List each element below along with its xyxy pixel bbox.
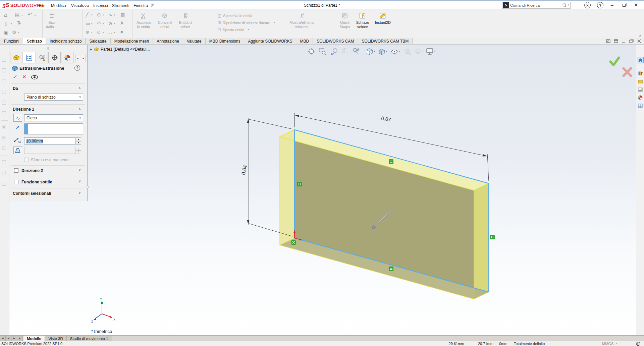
relation-badge-vertical-right[interactable] bbox=[490, 235, 495, 239]
breadcrumb-expand-icon[interactable]: ▶ bbox=[90, 48, 92, 51]
point-caret-icon[interactable]: ▾ bbox=[91, 32, 93, 34]
extrude-preview-solid[interactable] bbox=[280, 130, 489, 299]
offset-entities-button[interactable]: Entità dioffset bbox=[176, 10, 196, 38]
ellipse-caret-icon[interactable]: ▾ bbox=[114, 23, 115, 25]
next-tab-button[interactable]: ▶ bbox=[11, 336, 17, 341]
ribbon-collapse-icon[interactable]: ∧ bbox=[639, 34, 641, 37]
view-palette-icon[interactable] bbox=[637, 86, 644, 93]
pm-tabs-scroll-right[interactable]: ▸ bbox=[81, 55, 86, 62]
selection-filter-icon[interactable]: ⇅ bbox=[17, 20, 21, 25]
confirm-cancel-icon[interactable] bbox=[624, 68, 631, 76]
depth-spinner[interactable]: ▲▼ bbox=[76, 137, 81, 145]
text-tool-icon[interactable]: A bbox=[120, 21, 123, 25]
new-document-icon[interactable]: ▯ bbox=[5, 21, 7, 25]
circle-tool-icon[interactable]: ⊙ bbox=[97, 12, 101, 17]
slot-caret-icon[interactable]: ▾ bbox=[103, 32, 104, 34]
menu-finestra[interactable]: Finestra bbox=[131, 3, 150, 9]
tab-mbd-dimensions[interactable]: MBD Dimensions bbox=[205, 38, 245, 44]
menu-visualizza[interactable]: Visualizza bbox=[69, 3, 91, 9]
section-thin-expand-icon[interactable]: ∨ bbox=[78, 180, 81, 183]
pane-window-icon[interactable] bbox=[614, 39, 618, 43]
file-explorer-icon[interactable] bbox=[637, 78, 644, 85]
zoom-to-fit-icon[interactable] bbox=[308, 48, 314, 54]
properties-icon[interactable]: ▣ bbox=[4, 30, 8, 35]
direction2-checkbox[interactable] bbox=[14, 168, 18, 173]
section-contours-expand-icon[interactable]: ∨ bbox=[78, 191, 81, 194]
tab-property-manager[interactable] bbox=[23, 52, 35, 63]
design-library-icon[interactable] bbox=[637, 70, 644, 77]
section-da-collapse-icon[interactable]: ∧ bbox=[78, 86, 81, 90]
direction2-label[interactable]: Direzione 2 bbox=[21, 168, 43, 173]
tab-solidworks-cam[interactable]: SOLIDWORKS CAM bbox=[313, 38, 358, 44]
model-left-face[interactable] bbox=[280, 130, 294, 245]
dimension-width-value[interactable]: 0.07 bbox=[381, 115, 391, 123]
view-orientation-icon[interactable] bbox=[366, 49, 375, 55]
move-caret-icon[interactable]: ▾ bbox=[248, 28, 249, 31]
draft-button[interactable] bbox=[13, 147, 22, 154]
spline-tool-icon[interactable]: ∿ bbox=[108, 12, 112, 17]
breadcrumb-part-name[interactable]: Parte1 (Default) <<Defaul... bbox=[101, 47, 150, 52]
model-canvas[interactable]: 0.07 0.04 bbox=[9, 45, 636, 335]
tab-valutare[interactable]: Valutare bbox=[183, 38, 206, 44]
dimension-height-value[interactable]: 0.04 bbox=[240, 165, 248, 175]
previous-view-icon[interactable] bbox=[331, 49, 337, 55]
undo-caret-icon[interactable]: ▾ bbox=[35, 14, 36, 17]
display-style-caret-icon[interactable] bbox=[386, 51, 387, 52]
panel-splitter-handle[interactable] bbox=[47, 47, 49, 50]
menu-inserisci[interactable]: Inserisci bbox=[91, 3, 110, 9]
tab-feature-manager[interactable] bbox=[10, 52, 22, 63]
first-tab-button[interactable]: ◀ bbox=[0, 336, 6, 341]
model-right-face[interactable] bbox=[474, 183, 489, 299]
tab-configuration-manager[interactable] bbox=[36, 52, 48, 63]
pm-tabs-scroll-left[interactable]: ◂ bbox=[75, 55, 80, 62]
spline-caret-icon[interactable]: ▾ bbox=[114, 14, 115, 16]
hide-show-caret-icon[interactable] bbox=[399, 51, 400, 52]
login-account-icon[interactable] bbox=[584, 2, 591, 8]
tab-viste-3d[interactable]: Viste 3D bbox=[45, 336, 66, 341]
depth-input[interactable]: 10.00mm bbox=[24, 137, 76, 145]
relation-badge-vertical-left[interactable] bbox=[298, 182, 302, 186]
direction-reference-selection-box[interactable] bbox=[24, 123, 83, 134]
menu-strumenti[interactable]: Strumenti bbox=[110, 3, 131, 9]
section-da-header[interactable]: Da bbox=[13, 86, 18, 91]
save-icon[interactable]: ▤ bbox=[15, 12, 19, 17]
tab-studio-di-movimento[interactable]: Studio di movimento 1 bbox=[67, 336, 112, 341]
tab-annotazione[interactable]: Annotazione bbox=[153, 38, 183, 44]
last-tab-button[interactable]: ▶ bbox=[17, 336, 23, 341]
graphics-area[interactable]: 0.07 0.04 bbox=[9, 45, 636, 335]
trim-box-icon[interactable]: ▧ bbox=[120, 12, 125, 17]
tab-inchiostro-schizzo[interactable]: Inchiostro schizzo bbox=[46, 38, 86, 44]
instant2d-button[interactable]: Instant2D bbox=[372, 10, 393, 38]
tab-funzioni[interactable]: Funzioni bbox=[0, 38, 23, 44]
help-icon[interactable]: ? bbox=[597, 2, 603, 8]
slot-tool-icon[interactable]: ⊙ bbox=[97, 30, 101, 34]
relation-badge-horizontal-bottom[interactable] bbox=[389, 267, 393, 271]
ellipse-tool-icon[interactable]: ⊘ bbox=[108, 21, 112, 26]
tab-saldature[interactable]: Saldature bbox=[85, 38, 110, 44]
linear-sketch-pattern-button[interactable]: ⊞Ripetizione di schizzo lineare▾ bbox=[216, 19, 286, 26]
search-options-caret-icon[interactable]: ▾ bbox=[568, 4, 569, 6]
tab-dimxpert-manager[interactable] bbox=[48, 52, 61, 63]
pm-cancel-button[interactable]: ✕ bbox=[22, 74, 26, 79]
doc-minimize-icon[interactable] bbox=[622, 39, 626, 43]
thin-feature-label[interactable]: Funzione sottile bbox=[21, 180, 52, 184]
start-condition-select[interactable]: Piano di schizzo∨ bbox=[24, 94, 83, 101]
pattern-caret-icon[interactable]: ▾ bbox=[274, 21, 275, 24]
command-search-input[interactable] bbox=[510, 3, 562, 7]
tab-solidworks-cam-tbm[interactable]: SOLIDWORKS CAM TBM bbox=[358, 38, 413, 44]
window-minimize-button[interactable]: – bbox=[608, 1, 616, 9]
tab-schizzo[interactable]: Schizzo bbox=[23, 38, 46, 44]
tag-globe-icon[interactable] bbox=[636, 342, 640, 346]
thin-feature-checkbox[interactable] bbox=[14, 180, 18, 184]
home-icon[interactable]: ⌂ bbox=[4, 12, 7, 18]
construction-tool-icon[interactable]: ▪ bbox=[120, 30, 123, 34]
display-delete-relations-button[interactable]: Mostra/eliminarelazioni bbox=[287, 10, 316, 38]
trim-entities-button[interactable]: Accorciale entità bbox=[133, 10, 154, 38]
line-caret-icon[interactable]: ▾ bbox=[91, 14, 93, 16]
fillet-tool-icon[interactable]: ◡ bbox=[108, 30, 112, 34]
tab-display-manager[interactable] bbox=[61, 52, 73, 63]
view-settings-icon[interactable] bbox=[427, 49, 436, 54]
options-caret-icon[interactable]: ▾ bbox=[18, 32, 19, 34]
end-condition-select[interactable]: Cieco∨ bbox=[24, 114, 83, 121]
convert-entities-button[interactable]: Convertientità bbox=[155, 10, 174, 38]
